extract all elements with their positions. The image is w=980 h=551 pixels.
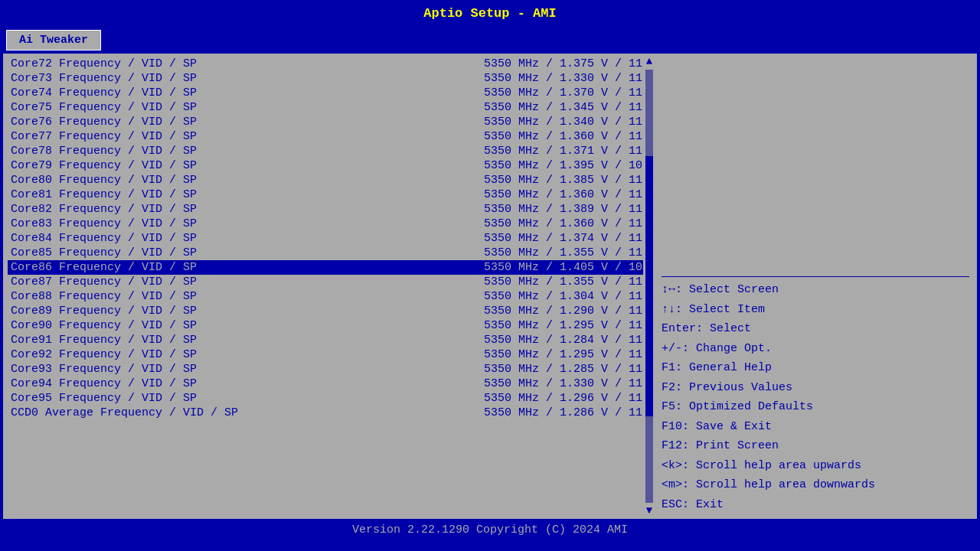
item-label: CCD0 Average Frequency / VID / SP <box>11 406 238 419</box>
key-help-line: ↑↓: Select Item <box>662 300 969 320</box>
item-label: Core87 Frequency / VID / SP <box>11 276 197 289</box>
item-label: Core76 Frequency / VID / SP <box>11 116 197 129</box>
key-help-line: Enter: Select <box>662 319 969 339</box>
scroll-track <box>645 70 653 503</box>
table-row[interactable]: Core80 Frequency / VID / SP5350 MHz / 1.… <box>8 173 652 187</box>
key-help-line: F12: Print Screen <box>662 436 969 456</box>
item-value: 5350 MHz / 1.330 V / 112 <box>484 377 649 390</box>
key-help-line: F2: Previous Values <box>662 378 969 398</box>
table-row[interactable]: Core84 Frequency / VID / SP5350 MHz / 1.… <box>8 231 652 246</box>
item-label: Core91 Frequency / VID / SP <box>11 334 197 347</box>
item-value: 5350 MHz / 1.340 V / 112 <box>484 116 649 129</box>
scroll-thumb <box>645 156 653 416</box>
item-label: Core84 Frequency / VID / SP <box>11 232 197 245</box>
table-row[interactable]: Core87 Frequency / VID / SP5350 MHz / 1.… <box>8 275 652 289</box>
item-label: Core81 Frequency / VID / SP <box>11 188 197 201</box>
item-label: Core85 Frequency / VID / SP <box>11 246 197 259</box>
item-label: Core77 Frequency / VID / SP <box>11 130 197 143</box>
key-help-line: ESC: Exit <box>662 495 969 515</box>
table-row[interactable]: Core91 Frequency / VID / SP5350 MHz / 1.… <box>8 333 652 347</box>
key-help-line: <m>: Scroll help area downwards <box>662 475 969 495</box>
item-value: 5350 MHz / 1.295 V / 113 <box>484 319 649 332</box>
table-row[interactable]: Core76 Frequency / VID / SP5350 MHz / 1.… <box>8 115 652 129</box>
item-label: Core83 Frequency / VID / SP <box>11 217 197 230</box>
item-label: Core89 Frequency / VID / SP <box>11 305 197 318</box>
scroll-down-arrow[interactable]: ▼ <box>646 504 652 517</box>
item-value: 5350 MHz / 1.375 V / 110 <box>484 57 649 70</box>
app-title: Aptio Setup - AMI <box>423 6 556 21</box>
table-row[interactable]: Core95 Frequency / VID / SP5350 MHz / 1.… <box>8 391 652 406</box>
table-row[interactable]: Core73 Frequency / VID / SP5350 MHz / 1.… <box>8 71 652 86</box>
table-row[interactable]: Core88 Frequency / VID / SP5350 MHz / 1.… <box>8 289 652 304</box>
key-help-line: F1: General Help <box>662 358 969 378</box>
item-label: Core80 Frequency / VID / SP <box>11 174 197 187</box>
table-row[interactable]: Core85 Frequency / VID / SP5350 MHz / 1.… <box>8 246 652 260</box>
right-panel: ↕↔: Select Screen↑↓: Select ItemEnter: S… <box>655 55 975 517</box>
divider-line <box>662 276 969 277</box>
key-help-line: F10: Save & Exit <box>662 417 969 437</box>
item-label: Core79 Frequency / VID / SP <box>11 159 197 172</box>
key-help-line: F5: Optimized Defaults <box>662 397 969 417</box>
table-row[interactable]: Core90 Frequency / VID / SP5350 MHz / 1.… <box>8 318 652 333</box>
item-value: 5350 MHz / 1.345 V / 111 <box>484 101 649 114</box>
table-row[interactable]: Core81 Frequency / VID / SP5350 MHz / 1.… <box>8 187 652 202</box>
table-row[interactable]: CCD0 Average Frequency / VID / SP5350 MH… <box>8 406 652 420</box>
item-value: 5350 MHz / 1.295 V / 113 <box>484 348 649 361</box>
item-value: 5350 MHz / 1.286 V / 113 <box>484 406 649 419</box>
table-row[interactable]: Core89 Frequency / VID / SP5350 MHz / 1.… <box>8 304 652 318</box>
help-area <box>662 58 969 273</box>
item-label: Core75 Frequency / VID / SP <box>11 101 197 114</box>
table-row[interactable]: Core74 Frequency / VID / SP5350 MHz / 1.… <box>8 86 652 100</box>
item-label: Core88 Frequency / VID / SP <box>11 290 197 303</box>
items-container[interactable]: Core72 Frequency / VID / SP5350 MHz / 1.… <box>5 55 655 517</box>
title-bar: Aptio Setup - AMI <box>0 0 980 27</box>
item-label: Core86 Frequency / VID / SP <box>11 261 197 274</box>
item-label: Core94 Frequency / VID / SP <box>11 377 197 390</box>
key-help-line: <k>: Scroll help area upwards <box>662 456 969 476</box>
item-value: 5350 MHz / 1.360 V / 111 <box>484 217 649 230</box>
item-value: 5350 MHz / 1.374 V / 110 <box>484 232 649 245</box>
table-row[interactable]: Core94 Frequency / VID / SP5350 MHz / 1.… <box>8 377 652 391</box>
scroll-up-arrow[interactable]: ▲ <box>646 55 652 68</box>
table-row[interactable]: Core86 Frequency / VID / SP5350 MHz / 1.… <box>8 260 652 275</box>
table-row[interactable]: Core93 Frequency / VID / SP5350 MHz / 1.… <box>8 362 652 377</box>
item-value: 5350 MHz / 1.330 V / 112 <box>484 72 649 85</box>
table-row[interactable]: Core82 Frequency / VID / SP5350 MHz / 1.… <box>8 202 652 217</box>
item-value: 5350 MHz / 1.355 V / 111 <box>484 246 649 259</box>
nav-bar: Ai Tweaker <box>0 27 980 54</box>
key-help-line: ↕↔: Select Screen <box>662 280 969 300</box>
footer: Version 2.22.1290 Copyright (C) 2024 AMI <box>0 519 980 543</box>
item-label: Core93 Frequency / VID / SP <box>11 363 197 376</box>
item-value: 5350 MHz / 1.370 V / 110 <box>484 86 649 99</box>
key-help-line: +/-: Change Opt. <box>662 339 969 359</box>
main-content: Core72 Frequency / VID / SP5350 MHz / 1.… <box>3 54 977 519</box>
table-row[interactable]: Core92 Frequency / VID / SP5350 MHz / 1.… <box>8 347 652 362</box>
key-help: ↕↔: Select Screen↑↓: Select ItemEnter: S… <box>662 280 969 514</box>
table-row[interactable]: Core72 Frequency / VID / SP5350 MHz / 1.… <box>8 57 652 71</box>
item-value: 5350 MHz / 1.304 V / 113 <box>484 290 649 303</box>
table-row[interactable]: Core79 Frequency / VID / SP5350 MHz / 1.… <box>8 158 652 173</box>
table-row[interactable]: Core78 Frequency / VID / SP5350 MHz / 1.… <box>8 144 652 158</box>
item-label: Core74 Frequency / VID / SP <box>11 86 197 99</box>
nav-tab-ai-tweaker[interactable]: Ai Tweaker <box>6 30 101 51</box>
table-row[interactable]: Core83 Frequency / VID / SP5350 MHz / 1.… <box>8 217 652 231</box>
item-value: 5350 MHz / 1.355 V / 111 <box>484 276 649 289</box>
item-value: 5350 MHz / 1.360 V / 111 <box>484 130 649 143</box>
item-label: Core78 Frequency / VID / SP <box>11 145 197 158</box>
item-value: 5350 MHz / 1.290 V / 114 <box>484 305 649 318</box>
item-label: Core92 Frequency / VID / SP <box>11 348 197 361</box>
item-label: Core72 Frequency / VID / SP <box>11 57 197 70</box>
item-label: Core73 Frequency / VID / SP <box>11 72 197 85</box>
table-row[interactable]: Core75 Frequency / VID / SP5350 MHz / 1.… <box>8 100 652 115</box>
item-value: 5350 MHz / 1.296 V / 113 <box>484 392 649 405</box>
item-value: 5350 MHz / 1.360 V / 111 <box>484 188 649 201</box>
scrollbar[interactable]: ▲ ▼ <box>643 55 655 517</box>
item-value: 5350 MHz / 1.395 V / 109 <box>484 159 649 172</box>
item-value: 5350 MHz / 1.371 V / 110 <box>484 145 649 158</box>
item-label: Core82 Frequency / VID / SP <box>11 203 197 216</box>
left-panel: Core72 Frequency / VID / SP5350 MHz / 1.… <box>5 55 655 517</box>
item-value: 5350 MHz / 1.285 V / 114 <box>484 363 649 376</box>
item-label: Core95 Frequency / VID / SP <box>11 392 197 405</box>
table-row[interactable]: Core77 Frequency / VID / SP5350 MHz / 1.… <box>8 129 652 144</box>
item-label: Core90 Frequency / VID / SP <box>11 319 197 332</box>
